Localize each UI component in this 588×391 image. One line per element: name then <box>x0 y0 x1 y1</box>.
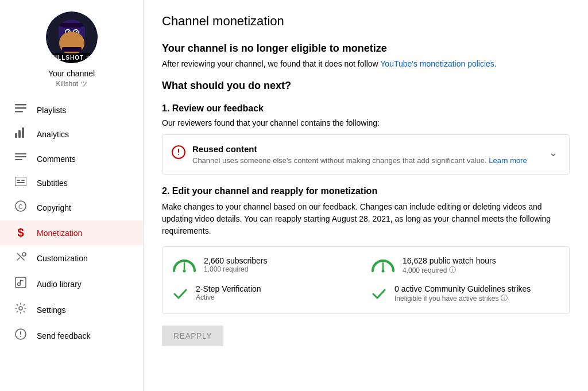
2step-main: 2-Step Verification <box>196 284 261 293</box>
sidebar-item-settings[interactable]: Settings <box>0 297 143 323</box>
send-feedback-icon <box>14 328 28 343</box>
sidebar-label-audio-library: Audio library <box>37 280 82 289</box>
req-text-2step: 2-Step Verification Active <box>196 284 261 301</box>
monetization-policy-link[interactable]: YouTube's monetization policies. <box>380 59 496 68</box>
learn-more-link[interactable]: Learn more <box>489 156 527 165</box>
watch-hours-gauge-icon <box>370 257 396 275</box>
svg-line-35 <box>21 280 24 281</box>
sidebar-nav: Playlists Analytics Comments <box>0 98 143 349</box>
svg-rect-24 <box>17 180 20 181</box>
req-item-subscribers: 2,660 subscribers 1,000 required <box>172 256 361 275</box>
settings-icon <box>14 303 28 317</box>
sidebar-label-subtitles: Subtitles <box>37 179 68 188</box>
customization-icon <box>14 251 28 265</box>
copyright-icon: C <box>14 200 28 215</box>
community-info-icon[interactable]: ⓘ <box>501 293 508 303</box>
svg-point-36 <box>19 307 22 310</box>
watch-hours-main: 16,628 public watch hours <box>403 256 496 265</box>
svg-line-30 <box>17 258 20 260</box>
ineligible-desc-text: After reviewing your channel, we found t… <box>162 59 380 68</box>
svg-rect-23 <box>15 177 26 186</box>
svg-rect-14 <box>15 104 26 106</box>
requirements-box: 2,660 subscribers 1,000 required 16,628 … <box>162 246 570 314</box>
svg-rect-22 <box>15 159 22 160</box>
sidebar-label-monetization: Monetization <box>37 229 82 238</box>
channel-name: Your channel <box>48 69 95 78</box>
sidebar-label-analytics: Analytics <box>37 130 69 139</box>
svg-rect-18 <box>18 130 21 138</box>
monetization-icon: $ <box>14 226 28 239</box>
sidebar-item-analytics[interactable]: Analytics <box>0 122 143 146</box>
svg-rect-20 <box>15 153 26 154</box>
section1-title: 1. Review our feedback <box>162 103 570 114</box>
section2-title: 2. Edit your channel and reapply for mon… <box>162 186 570 196</box>
sidebar-item-subtitles[interactable]: Subtitles <box>0 171 143 195</box>
channel-handle: Killshot ツ <box>56 79 87 89</box>
sidebar-item-playlists[interactable]: Playlists <box>0 98 143 122</box>
sidebar-item-customization[interactable]: Customization <box>0 245 143 271</box>
req-item-2step: 2-Step Verification Active <box>172 284 361 304</box>
sidebar-item-monetization[interactable]: $ Monetization <box>0 220 143 245</box>
section1-desc: Our reviewers found that your channel co… <box>162 118 570 127</box>
watch-hours-sub: 4,000 required ⓘ <box>403 265 496 275</box>
playlists-icon <box>14 104 28 116</box>
req-text-watch-hours: 16,628 public watch hours 4,000 required… <box>403 256 496 275</box>
req-item-community: 0 active Community Guidelines strikes In… <box>370 284 560 304</box>
comments-icon <box>14 152 28 165</box>
community-main: 0 active Community Guidelines strikes <box>394 284 531 293</box>
sidebar-label-send-feedback: Send feedback <box>37 331 90 340</box>
feedback-content: Reused content Channel uses someone else… <box>192 144 540 165</box>
ineligible-title: Your channel is no longer eligible to mo… <box>162 42 570 55</box>
svg-rect-26 <box>17 182 25 183</box>
ineligible-section: Your channel is no longer eligible to mo… <box>162 42 570 68</box>
sidebar-label-customization: Customization <box>37 254 88 263</box>
what-next-title: What should you do next? <box>162 80 570 92</box>
community-check-icon <box>370 285 388 304</box>
feedback-box: Reused content Channel uses someone else… <box>162 134 570 175</box>
requirements-grid: 2,660 subscribers 1,000 required 16,628 … <box>172 256 560 304</box>
avatar: KILLSHOT ツ <box>46 11 98 63</box>
svg-rect-38 <box>20 331 21 335</box>
subscribers-sub: 1,000 required <box>204 265 268 273</box>
feedback-desc-text: Channel uses someone else's content with… <box>192 156 489 165</box>
svg-rect-15 <box>15 107 26 109</box>
ineligible-description: After reviewing your channel, we found t… <box>162 59 570 68</box>
page-title: Channel monetization <box>162 14 570 29</box>
feedback-item-title: Reused content <box>192 144 540 154</box>
chevron-down-icon[interactable]: ⌄ <box>547 144 560 161</box>
analytics-icon <box>14 127 28 141</box>
svg-point-43 <box>183 270 186 273</box>
reapply-button[interactable]: REAPPLY <box>162 326 223 346</box>
sidebar-item-audio-library[interactable]: Audio library <box>0 271 143 297</box>
svg-rect-19 <box>22 127 24 138</box>
svg-point-44 <box>382 270 385 273</box>
channel-badge: KILLSHOT ツ <box>46 53 98 63</box>
warning-icon <box>172 145 185 159</box>
svg-rect-39 <box>20 336 21 337</box>
subscribers-main: 2,660 subscribers <box>204 256 268 265</box>
section2-desc: Make changes to your channel based on ou… <box>162 201 570 237</box>
feedback-item-desc: Channel uses someone else's content with… <box>192 156 540 165</box>
req-text-subscribers: 2,660 subscribers 1,000 required <box>204 256 268 273</box>
svg-rect-17 <box>15 133 17 138</box>
sidebar-item-send-feedback[interactable]: Send feedback <box>0 323 143 349</box>
svg-rect-3 <box>60 23 83 28</box>
audio-library-icon <box>14 277 28 291</box>
svg-point-11 <box>76 31 77 32</box>
req-text-community: 0 active Community Guidelines strikes In… <box>394 284 531 303</box>
svg-rect-25 <box>21 180 25 181</box>
community-sub: Ineligible if you have active strikes ⓘ <box>394 293 531 303</box>
sidebar: KILLSHOT ツ Your channel Killshot ツ Playl… <box>0 0 144 391</box>
sidebar-label-playlists: Playlists <box>37 106 66 115</box>
req-item-watch-hours: 16,628 public watch hours 4,000 required… <box>370 256 560 275</box>
main-content: Channel monetization Your channel is no … <box>144 0 588 391</box>
sidebar-item-copyright[interactable]: C Copyright <box>0 195 143 220</box>
subscribers-gauge-icon <box>172 257 197 275</box>
svg-rect-41 <box>178 149 179 153</box>
2step-sub: Active <box>196 293 261 301</box>
watch-hours-info-icon[interactable]: ⓘ <box>449 265 456 275</box>
svg-text:C: C <box>18 204 22 210</box>
sidebar-label-comments: Comments <box>37 154 76 164</box>
subtitles-icon <box>14 177 28 189</box>
sidebar-item-comments[interactable]: Comments <box>0 146 143 171</box>
